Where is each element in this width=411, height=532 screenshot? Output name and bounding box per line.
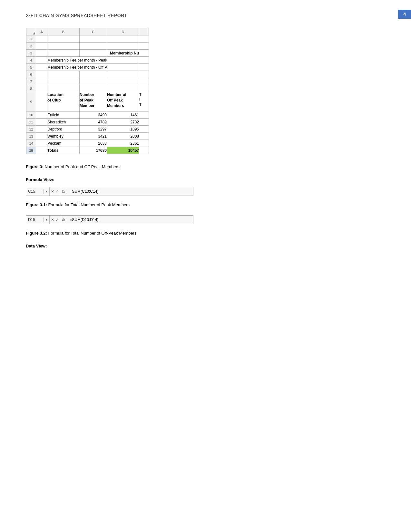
cell-e1[interactable] xyxy=(139,35,149,43)
formula-cell-ref-1[interactable]: C15 xyxy=(26,189,44,194)
cell-b2[interactable] xyxy=(47,43,80,50)
cell-e12[interactable] xyxy=(139,126,149,133)
cell-b1[interactable] xyxy=(47,35,80,43)
formula-x-icon-2[interactable]: ✕ xyxy=(51,218,54,222)
table-row: 6 xyxy=(26,71,149,78)
cell-e7[interactable] xyxy=(139,78,149,85)
formula-fx-label-1: fx xyxy=(60,189,67,194)
page-container: 4 X-FIT CHAIN GYMS SPREADSHEET REPORT A … xyxy=(0,0,411,266)
cell-b7[interactable] xyxy=(47,78,80,85)
table-row-totals: 15 Totals 17680 10457 xyxy=(26,147,149,154)
cell-a15[interactable] xyxy=(36,147,47,154)
cell-b3[interactable] xyxy=(47,50,80,57)
table-row: 1 xyxy=(26,35,149,43)
cell-a14[interactable] xyxy=(36,140,47,147)
col-header-c: C xyxy=(80,28,107,35)
spreadsheet-wrapper: A B C D 1 2 xyxy=(26,28,149,154)
cell-c13[interactable]: 3421 xyxy=(80,133,107,140)
cell-e9[interactable]: TlT xyxy=(139,92,149,111)
cell-e15[interactable] xyxy=(139,147,149,154)
cell-d13[interactable]: 2008 xyxy=(107,133,139,140)
cell-b10[interactable]: Enfield xyxy=(47,111,80,119)
cell-c11[interactable]: 4789 xyxy=(80,119,107,126)
cell-e14[interactable] xyxy=(139,140,149,147)
cell-c12[interactable]: 3297 xyxy=(80,126,107,133)
cell-b11[interactable]: Shoreditch xyxy=(47,119,80,126)
cell-b12[interactable]: Deptford xyxy=(47,126,80,133)
cell-b13[interactable]: Wembley xyxy=(47,133,80,140)
cell-c3[interactable] xyxy=(80,50,107,57)
cell-c14[interactable]: 2683 xyxy=(80,140,107,147)
cell-a8[interactable] xyxy=(36,85,47,92)
cell-e2[interactable] xyxy=(139,43,149,50)
cell-b9[interactable]: Locationof Club xyxy=(47,92,80,111)
cell-d8[interactable] xyxy=(107,85,139,92)
cell-c1[interactable] xyxy=(80,35,107,43)
formula-dropdown-arrow-2[interactable]: ▼ xyxy=(44,216,50,224)
cell-d6[interactable] xyxy=(107,71,139,78)
formula-cell-ref-2[interactable]: D15 xyxy=(26,218,44,222)
table-row: 4 Membership Fee per month - Peak xyxy=(26,57,149,64)
cell-b6[interactable] xyxy=(47,71,80,78)
row-num-11: 11 xyxy=(26,119,36,126)
cell-a7[interactable] xyxy=(36,78,47,85)
row-num-1: 1 xyxy=(26,35,36,43)
formula-content-1[interactable]: =SUM(C10:C14) xyxy=(67,189,193,194)
cell-c10[interactable]: 3490 xyxy=(80,111,107,119)
row-num-7: 7 xyxy=(26,78,36,85)
cell-b14[interactable]: Peckam xyxy=(47,140,80,147)
cell-a5[interactable] xyxy=(36,64,47,71)
cell-e3[interactable] xyxy=(139,50,149,57)
cell-a12[interactable] xyxy=(36,126,47,133)
row-num-6: 6 xyxy=(26,71,36,78)
cell-a2[interactable] xyxy=(36,43,47,50)
cell-d10[interactable]: 1461 xyxy=(107,111,139,119)
formula-x-icon[interactable]: ✕ xyxy=(51,189,54,194)
cell-c7[interactable] xyxy=(80,78,107,85)
cell-e5[interactable] xyxy=(139,64,149,71)
cell-d11[interactable]: 2732 xyxy=(107,119,139,126)
cell-a9[interactable] xyxy=(36,92,47,111)
cell-b15[interactable]: Totals xyxy=(47,147,80,154)
figure3-caption: Figure 3: Number of Peak and Off-Peak Me… xyxy=(26,164,392,169)
cell-a11[interactable] xyxy=(36,119,47,126)
cell-e6[interactable] xyxy=(139,71,149,78)
cell-bcd4[interactable]: Membership Fee per month - Peak xyxy=(47,57,139,64)
cell-e4[interactable] xyxy=(139,57,149,64)
cell-b8[interactable] xyxy=(47,85,80,92)
cell-a6[interactable] xyxy=(36,71,47,78)
cell-c6[interactable] xyxy=(80,71,107,78)
formula-fx-label-2: fx xyxy=(60,218,67,222)
cell-bcd5[interactable]: Membership Fee per month - Off P xyxy=(47,64,139,71)
table-row: 7 xyxy=(26,78,149,85)
formula-dropdown-arrow-1[interactable]: ▼ xyxy=(44,187,50,196)
formula-bar-1: C15 ▼ ✕ ✓ fx =SUM(C10:C14) xyxy=(26,187,193,196)
formula-check-icon[interactable]: ✓ xyxy=(55,189,59,194)
cell-d2[interactable] xyxy=(107,43,139,50)
cell-a13[interactable] xyxy=(36,133,47,140)
cell-d7[interactable] xyxy=(107,78,139,85)
table-row: 13 Wembley 3421 2008 xyxy=(26,133,149,140)
formula-content-2[interactable]: =SUM(D10:D14) xyxy=(67,218,193,222)
cell-d9[interactable]: Number ofOff PeakMembers xyxy=(107,92,139,111)
cell-e13[interactable] xyxy=(139,133,149,140)
cell-c15[interactable]: 17680 xyxy=(80,147,107,154)
cell-d14[interactable]: 2361 xyxy=(107,140,139,147)
cell-a10[interactable] xyxy=(36,111,47,119)
cell-c2[interactable] xyxy=(80,43,107,50)
formula-check-icon-2[interactable]: ✓ xyxy=(55,218,59,222)
cell-d12[interactable]: 1895 xyxy=(107,126,139,133)
cell-d1[interactable] xyxy=(107,35,139,43)
cell-e10[interactable] xyxy=(139,111,149,119)
figure3-1-text: Formula for Total Number of Peak Members xyxy=(48,202,130,207)
cell-a3[interactable] xyxy=(36,50,47,57)
cell-d3[interactable]: Membership Nu xyxy=(107,50,139,57)
cell-e11[interactable] xyxy=(139,119,149,126)
cell-e8[interactable] xyxy=(139,85,149,92)
cell-a1[interactable] xyxy=(36,35,47,43)
data-view-label: Data View: xyxy=(26,244,392,248)
cell-a4[interactable] xyxy=(36,57,47,64)
cell-c8[interactable] xyxy=(80,85,107,92)
cell-c9[interactable]: Numberof PeakMember xyxy=(80,92,107,111)
cell-d15[interactable]: 10457 xyxy=(107,147,139,154)
